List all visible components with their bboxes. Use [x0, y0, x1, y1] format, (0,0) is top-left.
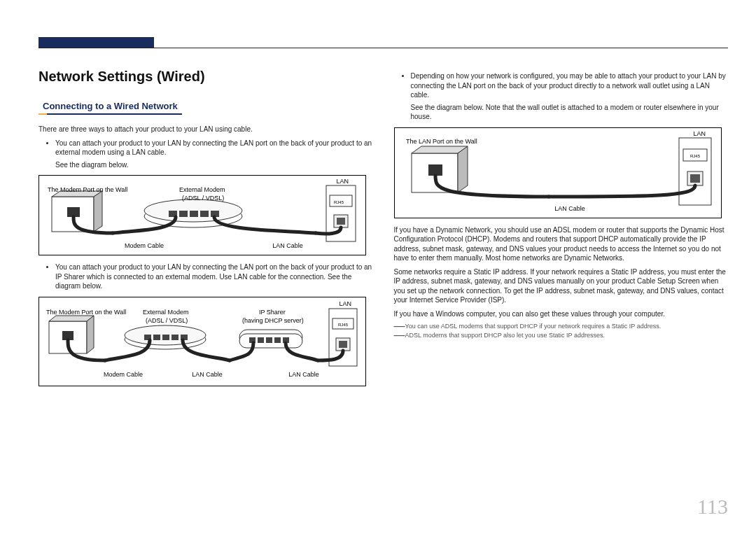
label-modem-port: The Modem Port on the Wall: [48, 186, 127, 193]
label-adsl-vdsl: (ADSL / VDSL): [182, 195, 224, 202]
svg-rect-8: [190, 211, 198, 217]
svg-rect-31: [274, 337, 281, 343]
bullet-method-1-see: See the diagram below.: [55, 160, 373, 170]
para-dhcp: If you have a Dynamic Network, you shoul…: [394, 225, 729, 263]
label-modem-port-2: The Modem Port on the Wall: [46, 309, 126, 316]
section-subheading: Connecting to a Wired Network: [38, 99, 182, 115]
label-rj45-1: RJ45: [334, 200, 344, 204]
label-lan-cable-2b: LAN Cable: [288, 371, 319, 378]
page-title: Network Settings (Wired): [38, 69, 373, 85]
diagram-modem-direct: The Modem Port on the Wall External Mode…: [38, 175, 366, 255]
intro-text: There are three ways to attach your prod…: [38, 125, 373, 134]
label-lan-cable-1: LAN Cable: [272, 242, 303, 249]
svg-rect-29: [258, 337, 264, 343]
label-lan-2: LAN: [339, 300, 351, 307]
label-modem-cable-2: Modem Cable: [104, 371, 143, 378]
svg-rect-33: [329, 309, 357, 366]
para-windows: If you have a Windows computer, you can …: [394, 309, 729, 319]
svg-marker-2: [94, 191, 102, 232]
label-rj45-2: RJ45: [338, 323, 349, 327]
page-number: 113: [697, 495, 728, 519]
label-lan-1: LAN: [336, 178, 349, 185]
svg-rect-30: [266, 337, 272, 343]
header-accent-bar: [38, 37, 154, 48]
dash-icon: ―: [394, 323, 405, 329]
label-modem-cable-1: Modem Cable: [125, 242, 164, 249]
note-2: ― ADSL modems that support DHCP also let…: [394, 332, 729, 339]
svg-marker-39: [458, 146, 468, 192]
label-lan-cable-2a: LAN Cable: [192, 371, 223, 378]
svg-rect-24: [172, 335, 178, 340]
bullet-method-2: You can attach your product to your LAN …: [55, 262, 373, 291]
label-dhcp-server: (having DHCP server): [242, 317, 304, 324]
svg-marker-17: [87, 316, 94, 353]
diagram-wall-direct: The LAN Port on the Wall RJ45 LAN LAN Ca…: [394, 127, 722, 218]
label-ext-modem-2: External Modem: [143, 309, 189, 316]
label-lan-cable-3: LAN Cable: [554, 205, 585, 212]
label-ip-sharer: IP Sharer: [259, 309, 286, 316]
svg-rect-9: [200, 211, 209, 217]
label-lan-3: LAN: [693, 130, 706, 137]
svg-marker-16: [49, 316, 94, 321]
bullet-method-3: Depending on how your network is configu…: [411, 71, 729, 122]
label-ext-modem: External Modem: [179, 186, 225, 193]
right-column: Depending on how your network is configu…: [394, 69, 729, 393]
svg-rect-22: [153, 335, 160, 340]
svg-rect-44: [690, 174, 700, 183]
label-adsl-vdsl-2: (ADSL / VDSL): [146, 317, 188, 324]
header-rule: [38, 48, 728, 48]
note-1: ― You can use ADSL modems that support D…: [394, 323, 729, 330]
dash-icon: ―: [394, 332, 405, 338]
left-column: Network Settings (Wired) Connecting to a…: [38, 69, 373, 393]
label-rj45-3: RJ45: [690, 154, 700, 158]
label-lan-port-wall: The LAN Port on the Wall: [406, 138, 477, 145]
svg-rect-36: [339, 341, 347, 348]
svg-rect-14: [337, 218, 345, 225]
diagram-ip-sharer: The Modem Port on the Wall External Mode…: [38, 297, 366, 386]
bullet-method-3-note: See the diagram below. Note that the wal…: [411, 103, 729, 122]
bullet-method-1: You can attach your product to your LAN …: [55, 139, 373, 170]
svg-rect-7: [179, 211, 188, 217]
para-static: Some networks require a Static IP addres…: [394, 267, 729, 305]
svg-rect-23: [162, 335, 169, 340]
